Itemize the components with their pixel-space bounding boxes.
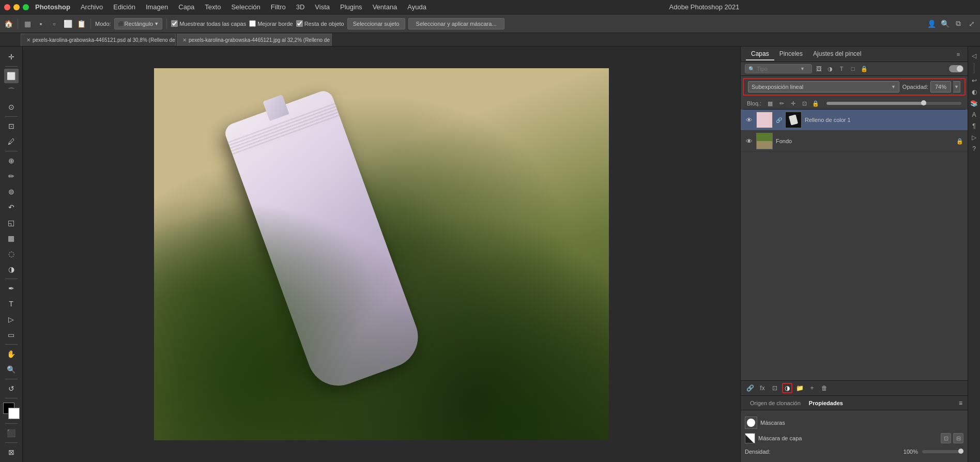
arrange-icon[interactable]: ⧉: [953, 19, 963, 29]
tool-mode4-icon[interactable]: 📋: [76, 19, 86, 29]
search-dropdown-arrow[interactable]: ▼: [800, 66, 805, 71]
select-subject-button[interactable]: Seleccionar sujeto: [347, 18, 405, 29]
blur-tool[interactable]: ◌: [4, 247, 19, 261]
layer-row-fondo[interactable]: 👁 Fondo 🔒: [741, 131, 968, 152]
shape-tool[interactable]: ▭: [4, 328, 19, 342]
checkbox-mejorar[interactable]: Mejorar borde: [249, 20, 293, 27]
menu-capa[interactable]: Capa: [174, 2, 198, 12]
checkbox-resta-input[interactable]: [296, 20, 303, 27]
properties-panel-icon[interactable]: ◐: [969, 87, 979, 97]
filter-adjustment-icon[interactable]: ◑: [825, 64, 835, 73]
panel-menu-icon[interactable]: ≡: [954, 50, 962, 58]
mask-icon-btn1[interactable]: ⊡: [941, 433, 951, 443]
dodge-tool[interactable]: ◑: [4, 262, 19, 276]
add-mask-button[interactable]: ⊡: [770, 383, 780, 393]
background-color[interactable]: [8, 408, 20, 419]
screen-mode-tool[interactable]: ⊠: [4, 445, 19, 459]
tool-options-icon[interactable]: ▦: [22, 19, 33, 29]
mode-dropdown[interactable]: ⬛ Rectángulo ▼: [114, 18, 163, 29]
layer-link-icon[interactable]: 🔗: [776, 117, 782, 123]
quick-select-tool[interactable]: ⊙: [4, 100, 19, 114]
tab-propiedades[interactable]: Propiedades: [805, 399, 847, 407]
link-layers-button[interactable]: 🔗: [745, 383, 755, 393]
tool-mode-icon[interactable]: ▪: [36, 19, 46, 29]
eyedropper-tool[interactable]: 🖊: [4, 134, 19, 149]
menu-ventana[interactable]: Ventana: [369, 2, 402, 12]
checkbox-muestrear-input[interactable]: [171, 20, 178, 27]
filter-text-icon[interactable]: T: [837, 64, 846, 73]
menu-plugins[interactable]: Plugins: [336, 2, 366, 12]
lock-move-icon[interactable]: ✛: [788, 99, 798, 108]
panel-collapse-icon[interactable]: ◁: [969, 51, 979, 61]
tool-mode2-icon[interactable]: ▫: [49, 19, 59, 29]
layer-row-relleno[interactable]: 👁 🔗 Relleno de color 1: [741, 110, 968, 131]
tab-close-psd[interactable]: ✕: [26, 37, 30, 43]
zoom-tool[interactable]: 🔍: [4, 362, 19, 377]
path-select-tool[interactable]: ▷: [4, 312, 19, 327]
text-tool[interactable]: T: [4, 297, 19, 311]
checkbox-mejorar-input[interactable]: [249, 20, 256, 27]
tab-close-jpg[interactable]: ✕: [182, 37, 187, 43]
new-layer-button[interactable]: +: [807, 383, 817, 393]
clone-tool[interactable]: ⊚: [4, 184, 19, 199]
tab-origen-clonacion[interactable]: Origen de clonación: [746, 399, 805, 407]
brush-tool[interactable]: ✏: [4, 169, 19, 183]
delete-layer-button[interactable]: 🗑: [819, 383, 830, 393]
fx-button[interactable]: fx: [757, 383, 768, 393]
search-icon[interactable]: 🔍: [940, 19, 950, 29]
rotate-tool[interactable]: ↺: [4, 381, 19, 396]
lock-draw-icon[interactable]: ✏: [777, 99, 786, 108]
tab-capas[interactable]: Capas: [746, 48, 774, 60]
adjustment-button[interactable]: ◑: [782, 383, 792, 393]
opacity-dropdown-arrow[interactable]: ▼: [953, 81, 960, 93]
glyphs-panel-icon[interactable]: ▷: [969, 132, 979, 143]
tool-mode3-icon[interactable]: ⬜: [63, 19, 73, 29]
opacity-value[interactable]: 74%: [930, 81, 951, 93]
menu-3d[interactable]: 3D: [292, 2, 309, 12]
history-tool[interactable]: ↶: [4, 200, 19, 214]
layer-vis-relleno[interactable]: 👁: [745, 116, 753, 124]
menu-texto[interactable]: Texto: [201, 2, 225, 12]
filter-shape-icon[interactable]: □: [848, 64, 858, 73]
group-button[interactable]: 📁: [794, 383, 805, 393]
lock-checkered-icon[interactable]: ▦: [765, 99, 775, 108]
crop-tool[interactable]: ⊡: [4, 119, 19, 133]
filter-smart-icon[interactable]: 🔒: [860, 64, 869, 73]
quick-mask-tool[interactable]: ⬛: [4, 426, 19, 440]
props-menu-icon[interactable]: ≡: [959, 399, 962, 407]
checkbox-resta[interactable]: Resta de objeto: [296, 20, 344, 27]
tab-psd[interactable]: ✕ pexels-karolina-grabowska-4465121.psd …: [21, 34, 176, 46]
color-swatches[interactable]: [3, 403, 20, 419]
menu-vista[interactable]: Vista: [311, 2, 334, 12]
menu-archivo[interactable]: Archivo: [76, 2, 107, 12]
densidad-slider-thumb[interactable]: [958, 449, 963, 454]
select-mask-button[interactable]: Seleccionar y aplicar máscara...: [408, 18, 504, 29]
menu-imagen[interactable]: Imagen: [142, 2, 172, 12]
gradient-tool[interactable]: ▦: [4, 231, 19, 245]
layer-vis-fondo[interactable]: 👁: [745, 137, 753, 145]
close-button[interactable]: [4, 4, 10, 10]
zoom-button[interactable]: [23, 4, 29, 10]
eraser-tool[interactable]: ◱: [4, 215, 19, 230]
history-panel-icon[interactable]: ↩: [969, 75, 979, 86]
menu-edicion[interactable]: Edición: [109, 2, 140, 12]
fill-slider[interactable]: [826, 102, 961, 105]
expand-icon[interactable]: ⤢: [967, 19, 977, 29]
canvas-area[interactable]: [23, 47, 740, 462]
hand-tool[interactable]: ✋: [4, 347, 19, 361]
layer-search-input[interactable]: [757, 66, 798, 72]
menu-ayuda[interactable]: Ayuda: [403, 2, 431, 12]
layer-search[interactable]: 🔍 ▼: [745, 64, 812, 73]
checkbox-muestrear[interactable]: Muestrear todas las capas: [171, 20, 246, 27]
filter-toggle[interactable]: [949, 65, 963, 72]
lasso-tool[interactable]: ⌒: [4, 84, 19, 99]
menu-seleccion[interactable]: Selección: [227, 2, 264, 12]
user-icon[interactable]: 👤: [926, 19, 937, 29]
heal-tool[interactable]: ⊕: [4, 153, 19, 168]
move-tool[interactable]: ✛: [4, 50, 19, 64]
lock-artboard-icon[interactable]: ⊡: [800, 99, 809, 108]
home-icon[interactable]: 🏠: [3, 19, 13, 29]
tab-pinceles[interactable]: Pinceles: [774, 48, 808, 60]
paragraph-panel-icon[interactable]: ¶: [969, 121, 979, 131]
pen-tool[interactable]: ✒: [4, 281, 19, 296]
